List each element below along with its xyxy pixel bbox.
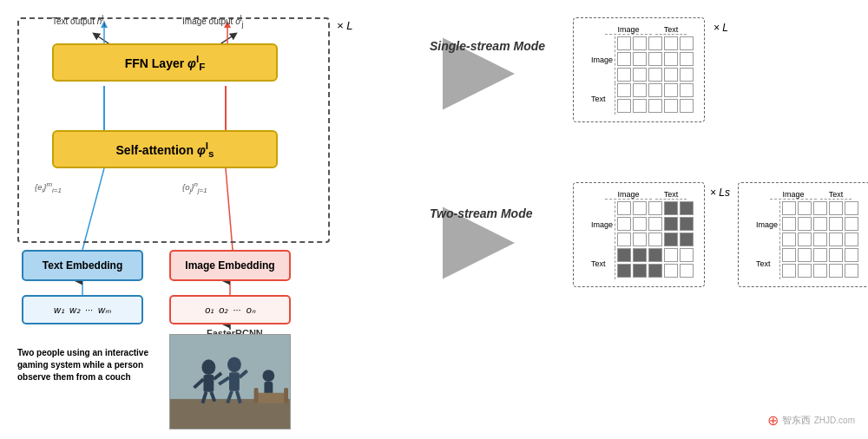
single-axis-labels: Image Text	[591, 36, 615, 115]
cell-3-4	[664, 68, 678, 82]
ts2-2-3	[813, 217, 827, 231]
watermark-text: 智东西	[782, 414, 811, 427]
svg-rect-33	[256, 393, 286, 403]
ts2-2-4	[829, 217, 843, 231]
cell-2-3	[648, 52, 662, 66]
ts1-2-3	[648, 217, 662, 231]
token-w2: w₂	[69, 305, 80, 316]
ts1-4-2	[633, 248, 647, 262]
ts2-row-5	[782, 264, 858, 278]
ts2-1-5	[845, 201, 858, 215]
ts2-1-4	[829, 201, 843, 215]
ts1-4-1	[617, 248, 631, 262]
ts-img-header2: Image	[770, 190, 817, 200]
ts-row-4	[617, 248, 694, 262]
ts2-3-2	[798, 233, 812, 246]
times-l-label: × L	[337, 19, 352, 32]
watermark-url: ZHJD.com	[814, 416, 855, 425]
cell-2-2	[633, 52, 647, 66]
svg-rect-35	[284, 388, 288, 403]
ts2-1-3	[813, 201, 827, 215]
cell-2-1	[617, 52, 631, 66]
svg-rect-17	[170, 399, 290, 429]
grid-row-4	[617, 83, 694, 97]
text-output-label: Text output hli	[52, 14, 105, 29]
single-img-axis: Image	[591, 36, 615, 83]
ts1-3-2	[633, 233, 647, 246]
ts2-1-2	[798, 201, 812, 215]
svg-rect-20	[203, 375, 214, 392]
ts2-row-1	[782, 201, 858, 215]
ffn-layer-box: FFN Layer φlF	[52, 43, 278, 82]
gaming-photo-svg	[170, 334, 290, 429]
ts1-2-1	[617, 217, 631, 231]
cell-1-2	[633, 36, 647, 50]
single-txt-header: Text	[655, 25, 687, 35]
grid-row-3	[617, 68, 694, 82]
cell-3-2	[633, 68, 647, 82]
right-panel: Single-stream Mode × L Image Text Image …	[425, 9, 868, 430]
ts1-3-1	[617, 233, 631, 246]
word-tokens-row: w₁ w₂ ··· wₘ	[22, 295, 143, 324]
text-embedding-label: Text Embedding	[43, 259, 122, 272]
two-stream-label: Two-stream Mode	[430, 206, 533, 220]
ts2-4-5	[845, 248, 858, 262]
ts2-row-2	[782, 217, 858, 231]
ts1-4-5	[680, 248, 694, 262]
ts1-3-4	[664, 233, 678, 246]
ts1-5-1	[617, 264, 631, 278]
ts2-4-3	[813, 248, 827, 262]
grid-row-2	[617, 52, 694, 66]
cell-1-1	[617, 36, 631, 50]
ts-row-1	[617, 201, 694, 215]
token-on: oₙ	[247, 305, 255, 316]
ts-img-axis2: Image	[756, 201, 780, 248]
image-tokens-row: o₁ o₂ ··· oₙ	[169, 295, 291, 324]
input-img-label: {oj}nj=1	[182, 180, 207, 194]
svg-rect-34	[254, 388, 259, 403]
ts2-3-1	[782, 233, 796, 246]
caption-text: Two people using an interactive gaming s…	[17, 347, 156, 383]
token-dots: ···	[85, 305, 93, 315]
ts1-1-3	[648, 201, 662, 215]
two-stream-first-matrix-box: × Ls Image Text Image Text	[573, 182, 705, 287]
ts1-1-1	[617, 201, 631, 215]
svg-point-19	[201, 359, 215, 375]
cell-5-5	[680, 99, 694, 113]
svg-point-31	[262, 370, 274, 382]
ts1-1-4	[664, 201, 678, 215]
ts1-2-2	[633, 217, 647, 231]
ts-row-3	[617, 233, 694, 246]
gaming-photo	[169, 334, 291, 429]
ts1-1-5	[680, 201, 694, 215]
ts-second-axis: Image Text	[756, 201, 780, 279]
single-matrix-with-labels: Image Text	[591, 36, 694, 115]
ts2-4-1	[782, 248, 796, 262]
cell-4-1	[617, 83, 631, 97]
ts-txt-axis1: Text	[591, 248, 615, 279]
ts1-4-3	[648, 248, 662, 262]
single-stream-header: Image Text	[591, 25, 694, 35]
ts2-3-4	[829, 233, 843, 246]
ts2-2-5	[845, 217, 858, 231]
grid-row-5	[617, 99, 694, 113]
cell-1-5	[680, 36, 694, 50]
ts2-row-4	[782, 248, 858, 262]
two-stream-second-header: Image Text	[756, 190, 858, 200]
ts1-1-2	[633, 201, 647, 215]
left-panel: × L Text output hli Image output olj FFN…	[9, 9, 425, 430]
self-attention-box: Self-attention φls	[52, 130, 278, 168]
ts2-1-1	[782, 201, 796, 215]
image-embedding-box: Image Embedding	[169, 250, 291, 281]
ts2-5-5	[845, 264, 858, 278]
ts-img-axis1: Image	[591, 201, 615, 248]
ts2-5-1	[782, 264, 796, 278]
image-output-label: Image output olj	[182, 14, 243, 29]
text-embedding-box: Text Embedding	[22, 250, 143, 281]
ts-img-header1: Image	[605, 190, 652, 200]
cell-4-3	[648, 83, 662, 97]
token-w1: w₁	[54, 305, 64, 316]
ts-txt-header1: Text	[655, 190, 687, 200]
cell-4-4	[664, 83, 678, 97]
token-wm: wₘ	[98, 305, 111, 316]
